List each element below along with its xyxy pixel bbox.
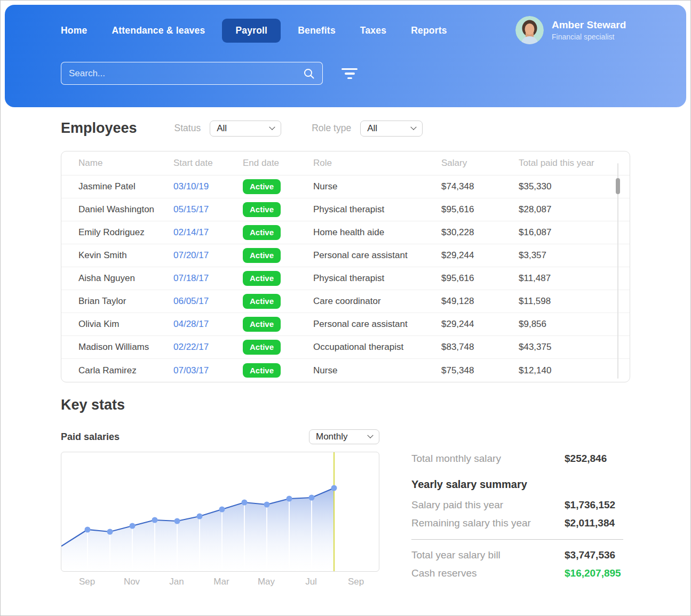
employee-salary: $75,348: [441, 365, 519, 376]
start-date-link[interactable]: 03/10/19: [173, 181, 243, 192]
app-header: Home Attendance & leaves Payroll Benefit…: [5, 5, 686, 107]
employee-salary: $95,616: [441, 273, 519, 284]
table-row[interactable]: Olivia Kim04/28/17ActivePersonal care as…: [61, 313, 630, 336]
nav-payroll[interactable]: Payroll: [222, 19, 281, 43]
start-date-link[interactable]: 07/20/17: [173, 250, 243, 261]
scrollbar-track[interactable]: [617, 163, 618, 379]
status-cell: Active: [243, 225, 313, 239]
nav-benefits[interactable]: Benefits: [298, 25, 336, 36]
status-cell: Active: [243, 363, 313, 378]
employee-salary: $30,228: [441, 227, 519, 238]
stat-label: Total monthly salary: [411, 453, 565, 465]
role-type-filter: Role type All: [312, 121, 423, 137]
employee-name: Brian Taylor: [78, 296, 173, 307]
status-badge: Active: [243, 363, 281, 378]
status-filter-select[interactable]: All: [210, 121, 281, 137]
col-header-salary: Salary: [441, 158, 519, 169]
user-role: Financial specialist: [552, 33, 626, 41]
employee-name: Kevin Smith: [78, 250, 173, 261]
stat-label: Cash reserves: [411, 567, 565, 579]
employee-name: Emily Rodriguez: [78, 227, 173, 238]
x-axis-label: Sep: [348, 577, 364, 587]
col-header-role: Role: [313, 158, 441, 169]
employee-role: Care coordinator: [313, 296, 441, 307]
employee-total-paid: $16,087: [519, 227, 608, 238]
employee-total-paid: $3,357: [519, 250, 608, 261]
yearly-summary-heading: Yearly salary summary: [411, 478, 623, 491]
stat-value-cash: $16,207,895: [565, 567, 621, 579]
paid-salaries-header: Paid salaries Monthly: [61, 429, 379, 444]
table-row[interactable]: Aisha Nguyen07/18/17ActivePhysical thera…: [61, 267, 630, 290]
table-row[interactable]: Brian Taylor06/05/17ActiveCare coordinat…: [61, 290, 630, 313]
employee-role: Personal care assistant: [313, 319, 441, 330]
table-row[interactable]: Emily Rodriguez02/14/17ActiveHome health…: [61, 221, 630, 244]
start-date-link[interactable]: 07/18/17: [173, 273, 243, 284]
status-badge: Active: [243, 248, 281, 262]
status-badge: Active: [243, 225, 281, 239]
employee-role: Home health aide: [313, 227, 441, 238]
search-icon[interactable]: [303, 68, 315, 79]
search-input[interactable]: [69, 68, 303, 79]
col-header-total-paid: Total paid this year: [519, 158, 608, 169]
role-type-filter-label: Role type: [312, 123, 351, 134]
status-badge: Active: [243, 179, 281, 194]
employee-total-paid: $11,487: [519, 273, 608, 284]
start-date-link[interactable]: 07/03/17: [173, 365, 243, 376]
employee-role: Physical therapist: [313, 273, 441, 284]
table-row[interactable]: Daniel Washington05/15/17ActivePhysical …: [61, 198, 630, 221]
table-row[interactable]: Carla Ramirez07/03/17ActiveNurse$75,348$…: [61, 359, 630, 382]
status-cell: Active: [243, 248, 313, 262]
employee-name: Daniel Washington: [78, 204, 173, 215]
employees-header: Employees Status All Role type All: [61, 120, 630, 137]
start-date-link[interactable]: 05/15/17: [173, 204, 243, 215]
status-badge: Active: [243, 294, 281, 308]
nav-reports[interactable]: Reports: [411, 25, 447, 36]
nav-home[interactable]: Home: [61, 25, 87, 36]
nav-taxes[interactable]: Taxes: [360, 25, 386, 36]
status-cell: Active: [243, 340, 313, 354]
x-axis-label: Jul: [305, 577, 317, 587]
employee-salary: $29,244: [441, 250, 519, 261]
table-row[interactable]: Kevin Smith07/20/17ActivePersonal care a…: [61, 244, 630, 267]
nav-attendance-leaves[interactable]: Attendance & leaves: [112, 25, 205, 36]
stat-total-bill: Total year salary bill $3,747,536: [411, 549, 623, 561]
employee-role: Nurse: [313, 365, 441, 376]
employee-role: Physical therapist: [313, 204, 441, 215]
salary-stats: Total monthly salary $252,846 Yearly sal…: [411, 452, 623, 589]
period-select[interactable]: Monthly: [309, 429, 379, 444]
start-date-link[interactable]: 02/14/17: [173, 227, 243, 238]
employee-role: Nurse: [313, 181, 441, 192]
employee-name: Jasmine Patel: [78, 181, 173, 192]
employee-total-paid: $43,375: [519, 342, 608, 353]
start-date-link[interactable]: 04/28/17: [173, 319, 243, 330]
start-date-link[interactable]: 02/22/17: [173, 342, 243, 353]
chart-x-axis: SepNovJanMarMayJulSep: [61, 577, 379, 589]
col-header-start-date: Start date: [173, 158, 243, 169]
user-avatar: [515, 16, 544, 44]
search-box: [61, 62, 323, 85]
start-date-link[interactable]: 06/05/17: [173, 296, 243, 307]
stat-total-monthly: Total monthly salary $252,846: [411, 453, 623, 465]
status-badge: Active: [243, 202, 281, 217]
chart-column: SepNovJanMarMayJulSep: [61, 452, 379, 589]
employee-name: Madison Williams: [78, 342, 173, 353]
user-profile[interactable]: Amber Steward Financial specialist: [515, 16, 626, 44]
status-cell: Active: [243, 317, 313, 331]
employee-total-paid: $9,856: [519, 319, 608, 330]
table-row[interactable]: Jasmine Patel03/10/19ActiveNurse$74,348$…: [61, 175, 630, 198]
x-axis-label: May: [258, 577, 275, 587]
role-type-filter-select[interactable]: All: [360, 121, 423, 137]
stat-cash-reserves: Cash reserves $16,207,895: [411, 567, 623, 579]
employee-role: Occupational therapist: [313, 342, 441, 353]
employee-total-paid: $35,330: [519, 181, 608, 192]
table-row[interactable]: Madison Williams02/22/17ActiveOccupation…: [61, 336, 630, 359]
status-cell: Active: [243, 179, 313, 194]
scrollbar-thumb[interactable]: [616, 178, 620, 194]
stat-label: Salary paid this year: [411, 499, 565, 511]
chevron-down-icon: [269, 124, 275, 130]
status-cell: Active: [243, 202, 313, 217]
filter-icon[interactable]: [338, 64, 361, 83]
employee-name: Carla Ramirez: [78, 365, 173, 376]
stat-remaining: Remaining salary this year $2,011,384: [411, 517, 623, 529]
stat-value: $252,846: [565, 453, 607, 465]
